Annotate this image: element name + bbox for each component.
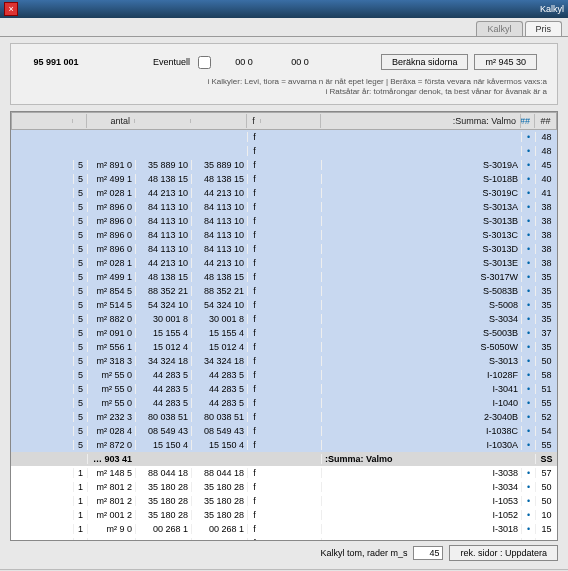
table-row[interactable]: 38•S-3013Bf10 113 8410 113 840 896 m²5 [11,214,557,228]
sum-label: Kalkyl tom, rader m_s [320,548,407,558]
table-row[interactable]: 40•S-1018Bf15 138 4815 138 481 499 m²5 [11,172,557,186]
table-row[interactable]: 52•2-3040Bf51 038 8051 038 803 232 m²5 [11,410,557,424]
table-row[interactable]: 48•f [11,144,557,158]
v3: 001 991 95 [31,57,81,67]
table-row[interactable]: 41•S-3019Cf10 213 4410 213 441 028 m²5 [11,186,557,200]
grid[interactable]: #### Summa: Valmo: f antal 48•f48•f45•S-… [10,111,558,541]
table-row[interactable]: 54•I-1038Cf43 549 0843 549 084 028 m²5 [11,424,557,438]
table-row[interactable]: 50•I-1053f28 180 3528 180 352 801 m²1 [11,494,557,508]
table-row[interactable]: 50•I-3034f28 180 3528 180 352 801 m²1 [11,480,557,494]
hintline2: i Ratsåtar år: totmårongar denok, ta bes… [326,87,547,96]
table-row[interactable]: 35•S-5083Bf21 352 8821 352 885 854 m²5 [11,284,557,298]
table-row[interactable]: 10•I-1052f28 180 3528 180 352 001 m²1 [11,508,557,522]
table-row[interactable]: 38•S-3013Af10 113 8410 113 840 896 m²5 [11,200,557,214]
v1: 0 00 [275,57,325,67]
table-row[interactable]: 35•S-5050Wf4 012 154 012 151 556 m²5 [11,340,557,354]
bottombar: rek. sidor : Uppdatera Kalkyl tom, rader… [0,541,568,565]
table-row[interactable]: 45•S-3019Af10 889 3510 889 350 891 m²5 [11,158,557,172]
table-row[interactable]: 48•f [11,130,557,144]
tabs: Pris Kalkyl [0,18,568,37]
titlebar: Kalkyl × [0,0,568,18]
eventuell-check[interactable] [198,56,211,69]
hintline1: i Kalkyler: Levi, tiora = avvarna n är n… [207,77,547,86]
table-row[interactable]: 38•S-3013Cf10 113 8410 113 840 896 m²5 [11,228,557,242]
eventuell-label: Eventuell [153,57,190,67]
table-row[interactable]: 57•I-3038f18 044 8818 044 885 148 m²1 [11,466,557,480]
num-input[interactable] [413,546,443,560]
table-row[interactable]: 35•S-3017Wf15 138 4815 138 481 499 m²5 [11,270,557,284]
v2: 0 00 [219,57,269,67]
table-row[interactable]: 37•S-5003Bf4 155 154 155 150 091 m²5 [11,326,557,340]
btn-ber[interactable]: Beräkna sidorna [381,54,469,70]
table-row[interactable]: 38•S-3013Df10 113 8410 113 840 896 m²5 [11,242,557,256]
close-icon[interactable]: × [4,2,18,16]
table-row[interactable]: 35•S-3034f8 001 308 001 300 882 m²5 [11,312,557,326]
tab-pris[interactable]: Pris [525,21,563,36]
table-row[interactable]: 38•S-3013Ef10 213 4410 213 441 028 m²5 [11,256,557,270]
table-row[interactable]: 55•I-1030Af4 150 154 150 150 872 m²5 [11,438,557,452]
tab-kalkyl[interactable]: Kalkyl [476,21,522,36]
table-row[interactable]: 35•S-5008f10 324 5410 324 545 514 m²5 [11,298,557,312]
btn-rek[interactable]: rek. sidor : Uppdatera [449,545,558,561]
table-row[interactable]: 58•I-1028Ff5 283 445 283 440 55 m²5 [11,368,557,382]
title: Kalkyl [540,4,564,14]
table-row[interactable]: 50•S-3013f18 324 3418 324 343 318 m²5 [11,354,557,368]
group-row: SSSumma: Valmo:41 903 m² [11,452,557,466]
table-row[interactable]: 51•I-3041f5 283 445 283 440 55 m²5 [11,382,557,396]
grid-header: #### Summa: Valmo: f antal [11,112,557,130]
table-row[interactable]: 15•I-3018f1 268 001 268 000 9 m²1 [11,522,557,536]
table-row[interactable]: 55•I-1040f5 283 445 283 440 55 m²5 [11,396,557,410]
total-area-badge: 30 945 m² [474,54,537,70]
